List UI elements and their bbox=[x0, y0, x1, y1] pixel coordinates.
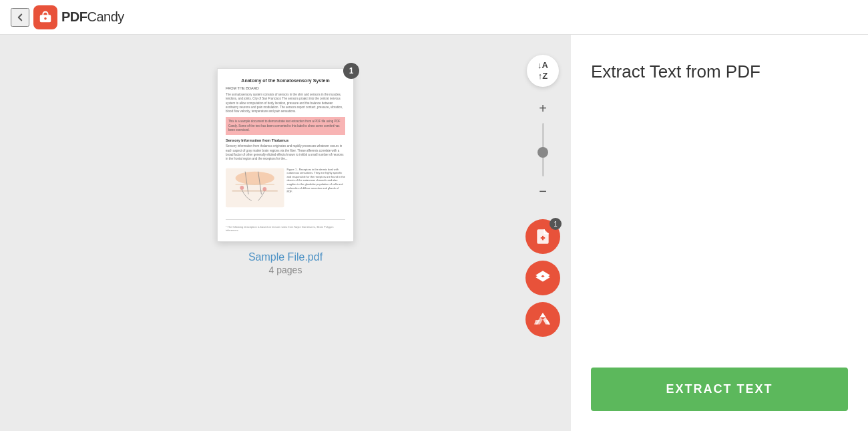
page-title: Extract Text from PDF bbox=[591, 61, 848, 82]
zoom-in-button[interactable]: + bbox=[533, 99, 552, 118]
file-name: Sample File.pdf bbox=[248, 251, 322, 263]
toolbar: ↓A↑Z + − 1 bbox=[525, 55, 560, 337]
dropbox-button[interactable] bbox=[525, 261, 560, 295]
add-file-badge: 1 bbox=[550, 218, 562, 230]
action-buttons: 1 bbox=[525, 219, 560, 337]
sort-button[interactable]: ↓A↑Z bbox=[527, 55, 559, 87]
logo: PDFCandy bbox=[33, 5, 124, 29]
thumb-highlighted-text: This is a sample document to demonstrate… bbox=[226, 117, 345, 135]
svg-point-8 bbox=[240, 186, 244, 190]
thumb-subtitle: FROM THE BOARD bbox=[226, 86, 345, 90]
main-content: ↓A↑Z + − 1 bbox=[0, 35, 868, 431]
file-pages: 4 pages bbox=[269, 265, 302, 275]
svg-point-3 bbox=[236, 171, 274, 184]
thumb-body-text-2: Sensory information from thalamus origin… bbox=[226, 144, 345, 161]
thumb-title: Anatomy of the Somatosensory System bbox=[226, 78, 345, 83]
add-file-icon bbox=[534, 228, 552, 245]
dropbox-icon bbox=[534, 269, 552, 287]
add-file-button[interactable]: 1 bbox=[525, 219, 560, 254]
thumb-section-title: Sensory Information from Thalamus bbox=[226, 138, 345, 142]
extract-text-button[interactable]: EXTRACT TEXT bbox=[591, 368, 848, 411]
page-number-badge: 1 bbox=[343, 63, 359, 79]
svg-point-9 bbox=[262, 187, 266, 191]
gdrive-button[interactable] bbox=[525, 302, 560, 337]
zoom-out-button[interactable]: − bbox=[533, 182, 552, 200]
thumbnail-wrapper: 1 Anatomy of the Somatosensory System FR… bbox=[217, 68, 354, 242]
logo-icon bbox=[33, 5, 57, 29]
gdrive-icon bbox=[534, 311, 552, 328]
logo-text: PDFCandy bbox=[61, 9, 124, 25]
zoom-slider-thumb[interactable] bbox=[537, 147, 548, 158]
file-preview-area: 1 Anatomy of the Somatosensory System FR… bbox=[217, 68, 354, 275]
back-button[interactable] bbox=[11, 8, 29, 27]
left-panel: ↓A↑Z + − 1 bbox=[0, 35, 571, 431]
thumb-caption: Figure 1 - Receptors in the dermis deal … bbox=[287, 168, 346, 210]
pdf-thumbnail: Anatomy of the Somatosensory System FROM… bbox=[217, 68, 354, 242]
thumb-body-text-1: The somatosensory system consists of sen… bbox=[226, 93, 345, 114]
thumb-figure-area: Figure 1 - Receptors in the dermis deal … bbox=[226, 168, 345, 210]
right-panel: Extract Text from PDF EXTRACT TEXT bbox=[571, 35, 868, 431]
thumb-footnote: * The following description is based on … bbox=[226, 219, 345, 232]
sort-az-icon: ↓A↑Z bbox=[537, 60, 548, 81]
app-header: PDFCandy bbox=[0, 0, 868, 35]
zoom-slider-track bbox=[542, 123, 544, 176]
thumb-diagram bbox=[226, 168, 284, 210]
zoom-control: + − bbox=[533, 99, 552, 200]
